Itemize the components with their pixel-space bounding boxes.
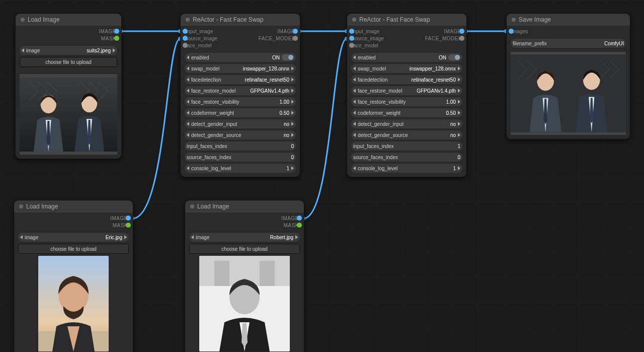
param-face_restore_visibility[interactable]: face_restore_visibility1.00 <box>185 97 296 106</box>
param-label: console_log_level <box>191 166 231 171</box>
param-codeformer_weight[interactable]: codeformer_weight0.50 <box>185 108 296 117</box>
param-value: ON <box>439 55 446 60</box>
chevron-left-icon <box>353 122 356 126</box>
port-out-mask[interactable] <box>297 223 302 228</box>
node-reactor-1[interactable]: ReActor - Fast Face Swap input_image IMA… <box>180 13 300 177</box>
node-load-image-c[interactable]: Load Image IMAGE MASK image Robert.jpg c… <box>185 200 304 352</box>
port-in-source-image[interactable] <box>349 36 354 41</box>
port-out-image[interactable] <box>293 29 298 34</box>
chevron-left-icon <box>353 55 356 59</box>
chevron-right-icon <box>291 78 294 82</box>
node-save-image[interactable]: Save Image images filename_prefix ComfyU… <box>506 13 630 139</box>
chevron-left-icon <box>353 100 356 104</box>
param-source_faces_index[interactable]: source_faces_index0 <box>185 153 296 162</box>
chevron-right-icon <box>458 100 460 104</box>
port-out-mask[interactable] <box>114 36 119 41</box>
filename-prefix-widget[interactable]: filename_prefix ComfyUI <box>511 39 626 48</box>
facemodel-label: face_model <box>352 43 407 48</box>
upload-button[interactable]: choose file to upload <box>20 57 117 67</box>
param-detect_gender_input[interactable]: detect_gender_inputno <box>351 119 462 128</box>
chevron-right-icon <box>458 89 460 93</box>
upload-button[interactable]: choose file to upload <box>189 244 300 254</box>
param-value: 1 <box>286 166 289 171</box>
param-value: GFPGANv1.4.pth <box>417 88 456 94</box>
chevron-left-icon <box>353 78 356 82</box>
node-header[interactable]: ReActor - Fast Face Swap <box>347 14 466 26</box>
param-face_restore_visibility[interactable]: face_restore_visibility1.00 <box>351 97 462 106</box>
chevron-left-icon <box>187 111 189 115</box>
param-label: detect_gender_source <box>358 132 408 138</box>
node-header[interactable]: Load Image <box>185 200 304 213</box>
node-title: Load Image <box>28 16 59 23</box>
param-input_faces_index[interactable]: input_faces_index1 <box>351 142 462 151</box>
param-label: face_restore_visibility <box>358 99 406 105</box>
port-in-source-image[interactable] <box>183 36 188 41</box>
image-thumbnail <box>199 256 290 351</box>
param-codeformer_weight[interactable]: codeformer_weight0.50 <box>351 108 462 117</box>
param-detect_gender_source[interactable]: detect_gender_sourceno <box>185 130 296 139</box>
toggle-icon[interactable] <box>448 54 460 60</box>
param-label: swap_model <box>358 66 386 72</box>
chevron-left-icon <box>187 78 189 82</box>
toggle-icon[interactable] <box>282 54 294 60</box>
port-out-image[interactable] <box>459 29 464 34</box>
port-out-image[interactable] <box>126 216 131 221</box>
chevron-left-icon <box>20 235 23 239</box>
port-in-facemodel[interactable] <box>183 43 188 48</box>
port-out-image[interactable] <box>114 29 119 34</box>
param-value: 1 <box>453 166 456 171</box>
output-image-label: IMAGE <box>21 29 116 34</box>
image-thumbnail <box>38 256 109 351</box>
param-facedetection[interactable]: facedetectionretinaface_resnet50 <box>351 75 462 84</box>
param-console_log_level[interactable]: console_log_level1 <box>351 164 462 173</box>
collapse-dot-icon <box>186 18 190 22</box>
node-reactor-2[interactable]: ReActor - Fast Face Swap input_image IMA… <box>347 13 467 177</box>
upload-button[interactable]: choose file to upload <box>18 244 129 254</box>
node-header[interactable]: Save Image <box>507 14 630 26</box>
param-value: inswapper_128.onnx <box>243 66 289 72</box>
param-face_restore_model[interactable]: face_restore_modelGFPGANv1.4.pth <box>351 86 462 95</box>
param-facedetection[interactable]: facedetectionretinaface_resnet50 <box>185 75 296 84</box>
image-selector[interactable]: image Eric.jpg <box>18 233 129 242</box>
param-enabled[interactable]: enabledON <box>351 53 462 62</box>
node-load-image-a[interactable]: Load Image IMAGE MASK image suits2.jpeg … <box>15 13 122 159</box>
param-source_faces_index[interactable]: source_faces_index0 <box>351 153 462 162</box>
param-detect_gender_input[interactable]: detect_gender_inputno <box>185 119 296 128</box>
port-in-facemodel[interactable] <box>349 43 354 48</box>
port-out-facemodel[interactable] <box>459 36 464 41</box>
node-header[interactable]: Load Image <box>14 200 133 213</box>
node-header[interactable]: Load Image <box>16 14 121 26</box>
param-face_restore_model[interactable]: face_restore_modelGFPGANv1.4.pth <box>185 86 296 95</box>
param-value: inswapper_128.onnx <box>410 66 456 72</box>
output-image-label: IMAGE <box>190 216 299 221</box>
param-value: 0.50 <box>280 110 289 116</box>
param-console_log_level[interactable]: console_log_level1 <box>185 164 296 173</box>
chevron-right-icon <box>458 122 460 126</box>
collapse-dot-icon <box>512 18 516 22</box>
images-label: images <box>512 29 569 34</box>
param-value: retinaface_resnet50 <box>245 77 289 83</box>
param-value: retinaface_resnet50 <box>412 77 456 83</box>
image-selector[interactable]: image Robert.jpg <box>189 233 300 242</box>
param-label: face_restore_model <box>358 88 402 94</box>
output-thumbnail <box>511 52 626 135</box>
chevron-right-icon <box>291 166 294 170</box>
param-swap_model[interactable]: swap_modelinswapper_128.onnx <box>185 64 296 73</box>
param-input_faces_index[interactable]: input_faces_index0 <box>185 142 296 151</box>
port-in-input-image[interactable] <box>349 29 354 34</box>
node-header[interactable]: ReActor - Fast Face Swap <box>181 14 300 26</box>
port-in-input-image[interactable] <box>183 29 188 34</box>
param-detect_gender_source[interactable]: detect_gender_sourceno <box>351 130 462 139</box>
chevron-left-icon <box>353 111 356 115</box>
image-selector[interactable]: image suits2.jpeg <box>20 46 117 55</box>
chevron-right-icon <box>458 166 460 170</box>
port-out-facemodel[interactable] <box>293 36 298 41</box>
port-out-image[interactable] <box>297 216 302 221</box>
node-load-image-b[interactable]: Load Image IMAGE MASK image Eric.jpg cho… <box>14 200 133 352</box>
param-enabled[interactable]: enabledON <box>185 53 296 62</box>
port-in-images[interactable] <box>509 29 514 34</box>
param-swap_model[interactable]: swap_modelinswapper_128.onnx <box>351 64 462 73</box>
port-out-mask[interactable] <box>126 223 131 228</box>
input-image-label: input_image <box>352 29 407 34</box>
facemodel-label: face_model <box>186 43 240 48</box>
